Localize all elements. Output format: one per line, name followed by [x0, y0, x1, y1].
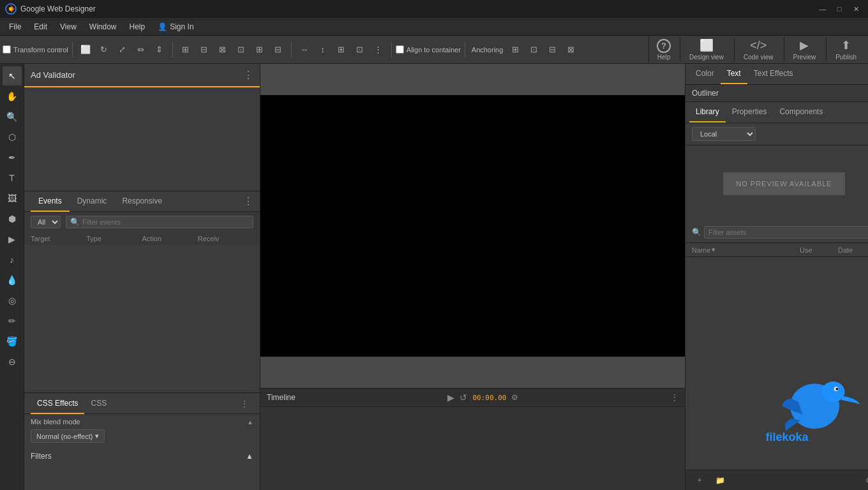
image-tool[interactable]: 🖼 — [3, 189, 22, 208]
window-controls[interactable]: — □ ✕ — [816, 2, 863, 16]
user-icon: 👤 — [158, 22, 167, 31]
text-tool[interactable]: T — [3, 168, 22, 188]
canvas-container[interactable] — [260, 64, 685, 388]
filekoka-svg: filekoka — [761, 366, 868, 455]
eraser-tool[interactable]: ✏ — [3, 311, 22, 330]
dist-e-h-btn[interactable]: ⊞ — [333, 41, 350, 59]
pen-tool[interactable]: ✒ — [3, 148, 22, 167]
help-button[interactable]: ? Help — [648, 36, 678, 63]
transform-control-input[interactable] — [3, 45, 11, 54]
events-more-menu[interactable]: ⋮ — [243, 195, 253, 207]
responsive-tab[interactable]: Responsive — [114, 191, 170, 212]
shapes-tool[interactable]: ⬡ — [3, 128, 22, 147]
ad-validator-menu[interactable]: ⋮ — [243, 69, 253, 81]
text-tab[interactable]: Text — [721, 64, 747, 84]
css-effects-more[interactable]: ⋮ — [236, 394, 253, 413]
component-tool[interactable]: ⬢ — [3, 209, 22, 228]
publish-button[interactable]: ⬆ Publish — [826, 37, 865, 62]
css-effects-tab[interactable]: CSS Effects — [31, 394, 84, 414]
blend-value-select[interactable]: Normal (no-effect) ▾ — [31, 429, 105, 443]
folder-btn[interactable]: 📁 — [712, 473, 728, 488]
video-tool[interactable]: ▶ — [3, 230, 22, 249]
ad-validator-header: Ad Validator ⋮ — [24, 64, 260, 87]
canvas[interactable] — [260, 95, 685, 357]
skew-h-btn[interactable]: ⇔ — [132, 41, 150, 59]
lib-tabs-more[interactable]: ⋮ — [861, 103, 868, 122]
skew-v-btn[interactable]: ⇕ — [151, 41, 168, 59]
filters-arrow: ▲ — [246, 452, 253, 461]
filters-section[interactable]: Filters ▲ — [24, 448, 260, 464]
canvas-area: Timeline ▶ ↺ 00:00.00 ⚙ ⋮ — [260, 64, 685, 490]
pointer-tool[interactable]: ↖ — [3, 66, 22, 85]
app-icon — [5, 3, 17, 15]
menu-view[interactable]: View — [54, 20, 83, 34]
right-tabs-more[interactable]: ⋮ — [861, 64, 868, 84]
audio-tool[interactable]: ♪ — [3, 250, 22, 269]
dist-h-btn[interactable]: ↔ — [296, 41, 313, 59]
mask-tool[interactable]: ⊖ — [3, 352, 22, 371]
align-container-input[interactable] — [396, 45, 404, 54]
design-view-button[interactable]: ⬜ Design view — [680, 37, 733, 62]
rotate-tool-btn[interactable]: ↻ — [95, 41, 113, 59]
align-top-btn[interactable]: ⊡ — [232, 41, 250, 59]
search-icon: 🔍 — [70, 218, 80, 226]
eyedropper-tool[interactable]: 💧 — [3, 271, 22, 290]
scale-tool-btn[interactable]: ⤢ — [114, 41, 131, 59]
code-view-button[interactable]: </> Code view — [734, 38, 782, 62]
design-view-icon: ⬜ — [700, 38, 714, 52]
fill-tool[interactable]: 🪣 — [3, 332, 22, 351]
align-container-checkbox[interactable]: Align to container — [396, 45, 461, 54]
dist-e-v-btn[interactable]: ⊡ — [351, 41, 369, 59]
menu-file[interactable]: File — [3, 20, 27, 34]
menu-edit[interactable]: Edit — [27, 20, 54, 34]
timeline-loop-btn[interactable]: ↺ — [460, 392, 467, 403]
css-tab[interactable]: CSS — [84, 394, 113, 414]
events-search-input[interactable] — [82, 218, 249, 226]
timeline-panel: Timeline ▶ ↺ 00:00.00 ⚙ ⋮ — [260, 388, 685, 490]
timeline-play-btn[interactable]: ▶ — [447, 392, 454, 403]
dynamic-tab[interactable]: Dynamic — [70, 191, 115, 212]
hand-tool[interactable]: ✋ — [3, 87, 22, 106]
events-filter-select[interactable]: All — [31, 216, 61, 228]
dist-v-btn[interactable]: ↕ — [314, 41, 332, 59]
align-left-btn[interactable]: ⊞ — [177, 41, 195, 59]
anchor-btn-1[interactable]: ⊞ — [506, 41, 524, 59]
blend-value-text: Normal (no-effect) — [36, 433, 93, 440]
library-tab[interactable]: Library — [689, 102, 726, 122]
align-center-h-btn[interactable]: ⊟ — [195, 41, 213, 59]
events-tab[interactable]: Events — [31, 191, 70, 212]
settings-bottom-btn[interactable]: ⚙ — [861, 473, 868, 488]
filekoka-logo: filekoka — [761, 366, 868, 457]
path-tool[interactable]: ◎ — [3, 291, 22, 310]
menu-help[interactable]: Help — [123, 20, 152, 34]
anchor-btn-3[interactable]: ⊟ — [543, 41, 561, 59]
timeline-more[interactable]: ⋮ — [671, 393, 678, 402]
anchoring-section: Anchoring ⊞ ⊡ ⊟ ⊠ — [469, 41, 580, 59]
components-tab[interactable]: Components — [773, 102, 829, 122]
dist-x-btn[interactable]: ⋮ — [370, 41, 387, 59]
align-center-v-btn[interactable]: ⊞ — [251, 41, 269, 59]
anchor-btn-4[interactable]: ⊠ — [562, 41, 580, 59]
menu-window[interactable]: Window — [83, 20, 123, 34]
blend-mode-section[interactable]: Mix blend mode ▲ — [24, 414, 260, 429]
transform-control-checkbox[interactable]: Transform control — [3, 45, 68, 54]
align-right-btn[interactable]: ⊠ — [214, 41, 232, 59]
menu-bar: File Edit View Window Help 👤 Sign In — [0, 18, 868, 36]
maximize-button[interactable]: □ — [832, 2, 846, 16]
filter-assets-input[interactable] — [704, 226, 868, 239]
close-button[interactable]: ✕ — [849, 2, 863, 16]
sign-in-button[interactable]: 👤 Sign In — [151, 20, 200, 34]
color-tab[interactable]: Color — [689, 64, 721, 84]
add-asset-btn[interactable]: + — [692, 473, 707, 488]
local-select[interactable]: Local — [692, 127, 756, 141]
preview-button[interactable]: ▶ Preview — [784, 37, 825, 62]
text-effects-tab[interactable]: Text Effects — [747, 64, 800, 84]
timeline-settings-btn[interactable]: ⚙ — [511, 393, 518, 402]
anchor-btn-2[interactable]: ⊡ — [525, 41, 542, 59]
zoom-tool[interactable]: 🔍 — [3, 107, 22, 126]
select-tool-btn[interactable]: ⬜ — [77, 41, 94, 59]
align-bottom-btn[interactable]: ⊟ — [269, 41, 287, 59]
svg-point-1 — [9, 7, 13, 11]
minimize-button[interactable]: — — [816, 2, 830, 16]
properties-tab[interactable]: Properties — [726, 102, 774, 122]
